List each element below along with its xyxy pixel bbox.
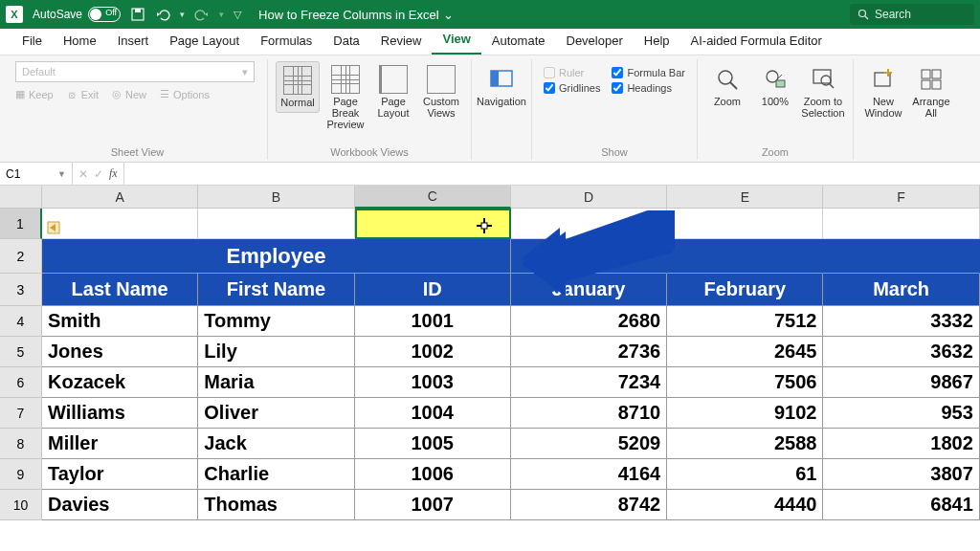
new-window-button[interactable]: New Window — [861, 61, 905, 122]
cell[interactable]: 1003 — [355, 367, 511, 398]
row-header[interactable]: 4 — [0, 306, 42, 337]
cell[interactable] — [42, 209, 198, 239]
cell[interactable]: Jack — [198, 429, 354, 459]
tab-help[interactable]: Help — [634, 29, 680, 55]
zoom-to-selection-button[interactable]: Zoom to Selection — [801, 61, 845, 122]
undo-icon[interactable] — [155, 7, 170, 22]
autosave-toggle[interactable]: AutoSave Off — [33, 7, 121, 22]
row-header[interactable]: 8 — [0, 429, 42, 459]
gridlines-checkbox[interactable]: Gridlines — [544, 82, 600, 94]
tab-ai-formula-editor[interactable]: AI-aided Formula Editor — [680, 29, 833, 55]
navigation-button[interactable]: Navigation — [479, 61, 523, 111]
row-header[interactable]: 2 — [0, 239, 42, 274]
cell[interactable]: 1001 — [355, 306, 511, 337]
cancel-formula-icon[interactable]: ✕ — [78, 167, 88, 181]
header-cell[interactable]: February — [667, 274, 823, 306]
tab-developer[interactable]: Developer — [556, 29, 634, 55]
cell[interactable]: 953 — [823, 398, 979, 429]
row-header[interactable]: 6 — [0, 367, 42, 398]
view-page-layout-button[interactable]: Page Layout — [371, 61, 415, 122]
cell[interactable]: Maria — [198, 367, 354, 398]
cell[interactable] — [511, 239, 667, 274]
zoom-button[interactable]: Zoom — [705, 61, 749, 111]
search-input[interactable] — [875, 8, 961, 21]
cell[interactable]: Kozacek — [42, 367, 198, 398]
cell[interactable]: Lily — [198, 337, 354, 367]
save-icon[interactable] — [130, 7, 145, 22]
cell[interactable]: Tommy — [198, 306, 354, 337]
cell[interactable]: Smith — [42, 306, 198, 337]
cell[interactable] — [823, 239, 979, 274]
cell[interactable] — [198, 209, 354, 239]
row-header[interactable]: 9 — [0, 459, 42, 490]
cell[interactable]: 1006 — [355, 459, 511, 490]
cell[interactable] — [667, 239, 823, 274]
view-page-break-button[interactable]: Page Break Preview — [323, 61, 368, 134]
col-header-d[interactable]: D — [511, 186, 667, 209]
cell[interactable] — [667, 209, 823, 239]
headings-checkbox[interactable]: Headings — [612, 82, 685, 94]
header-cell[interactable]: March — [823, 274, 979, 306]
tab-review[interactable]: Review — [370, 29, 433, 55]
cell[interactable]: 5209 — [511, 429, 667, 459]
spreadsheet-grid[interactable]: A B C D E F 1 2 Employee 3 Last Name Fir… — [0, 186, 980, 520]
tab-view[interactable]: View — [432, 27, 480, 55]
cell[interactable]: 3807 — [823, 459, 979, 490]
cell[interactable]: Jones — [42, 337, 198, 367]
col-header-f[interactable]: F — [823, 186, 979, 209]
view-normal-button[interactable]: Normal — [276, 61, 320, 113]
cell[interactable]: 2588 — [667, 429, 823, 459]
tab-automate[interactable]: Automate — [481, 29, 556, 55]
paste-options-icon[interactable] — [46, 220, 61, 235]
header-cell[interactable]: Last Name — [42, 274, 198, 306]
tab-insert[interactable]: Insert — [107, 29, 160, 55]
cell[interactable] — [511, 209, 667, 239]
col-header-e[interactable]: E — [667, 186, 823, 209]
cell[interactable]: Davies — [42, 490, 198, 520]
cell[interactable]: 1005 — [355, 429, 511, 459]
tab-data[interactable]: Data — [323, 29, 369, 55]
view-custom-views-button[interactable]: Custom Views — [419, 61, 463, 122]
active-cell-c1[interactable] — [355, 209, 511, 239]
accept-formula-icon[interactable]: ✓ — [94, 167, 103, 181]
formula-input[interactable] — [124, 163, 980, 185]
col-header-a[interactable]: A — [42, 186, 198, 209]
cell[interactable]: 1004 — [355, 398, 511, 429]
cell[interactable]: Oliver — [198, 398, 354, 429]
zoom-100-button[interactable]: 100% — [753, 61, 797, 111]
cell[interactable]: 7512 — [667, 306, 823, 337]
row-header[interactable]: 10 — [0, 490, 42, 520]
cell[interactable]: Williams — [42, 398, 198, 429]
cell[interactable]: 3332 — [823, 306, 979, 337]
header-cell[interactable]: January — [511, 274, 667, 306]
cell[interactable]: 4440 — [667, 490, 823, 520]
row-header[interactable]: 7 — [0, 398, 42, 429]
search-box[interactable] — [850, 4, 974, 25]
cell[interactable]: 9102 — [667, 398, 823, 429]
formula-bar-checkbox[interactable]: Formula Bar — [612, 67, 685, 78]
cell[interactable]: 1007 — [355, 490, 511, 520]
cell[interactable]: 1002 — [355, 337, 511, 367]
cell[interactable]: 8710 — [511, 398, 667, 429]
cell[interactable]: 1802 — [823, 429, 979, 459]
cell[interactable]: Taylor — [42, 459, 198, 490]
cell[interactable]: 8742 — [511, 490, 667, 520]
cell[interactable]: Miller — [42, 429, 198, 459]
document-title[interactable]: How to Freeze Columns in Excel ⌄ — [258, 8, 454, 22]
header-cell[interactable]: First Name — [198, 274, 354, 306]
tab-formulas[interactable]: Formulas — [250, 29, 323, 55]
select-all-corner[interactable] — [0, 186, 42, 209]
cell[interactable]: 4164 — [511, 459, 667, 490]
row-header[interactable]: 5 — [0, 337, 42, 367]
row-header[interactable]: 1 — [0, 209, 42, 239]
name-box[interactable]: C1 ▼ — [0, 163, 73, 185]
cell[interactable]: 6841 — [823, 490, 979, 520]
fx-icon[interactable]: fx — [109, 166, 118, 181]
tab-file[interactable]: File — [11, 29, 53, 55]
cell[interactable]: 2680 — [511, 306, 667, 337]
cell[interactable]: Charlie — [198, 459, 354, 490]
cell[interactable]: 9867 — [823, 367, 979, 398]
cell[interactable]: 3632 — [823, 337, 979, 367]
merged-title-cell[interactable]: Employee — [42, 239, 511, 274]
arrange-all-button[interactable]: Arrange All — [909, 61, 953, 122]
